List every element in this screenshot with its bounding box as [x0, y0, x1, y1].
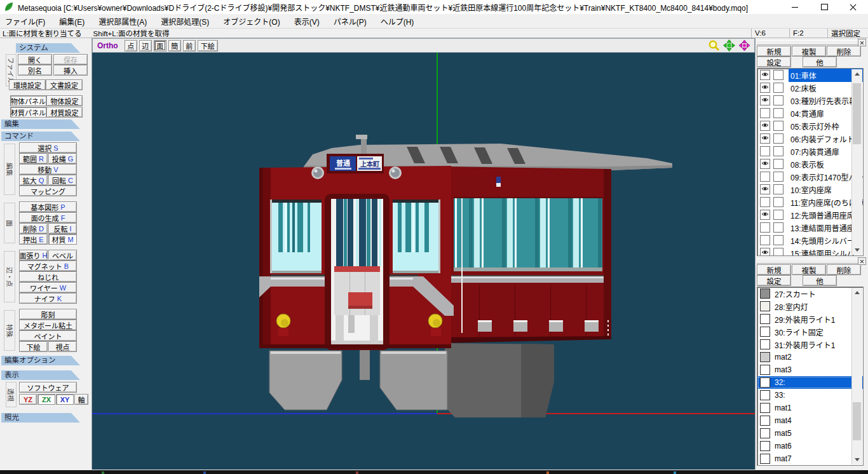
object-row[interactable]: 03:種別/行先表示幕 [757, 94, 863, 107]
simple-display-button[interactable]: 簡 [168, 40, 181, 51]
material-delete-button[interactable]: 削除 [827, 264, 861, 275]
scroll-down-icon[interactable] [852, 245, 862, 255]
cmd-metaball-button[interactable]: メタボール粘土 [19, 320, 77, 330]
object-row[interactable]: 05:表示灯外枠 [757, 119, 863, 132]
lock-checkbox[interactable] [773, 235, 783, 245]
cmd-bevel-button[interactable]: ベベル [48, 250, 77, 261]
menu-edit[interactable]: 編集(E) [59, 16, 85, 27]
material-row[interactable]: 28:室内灯 [757, 300, 863, 313]
cmd-twist-button[interactable]: ねじれ [19, 271, 77, 282]
show-faces-button[interactable]: 面 [154, 40, 166, 51]
rotate-tool-icon[interactable] [738, 39, 750, 51]
lock-checkbox[interactable] [773, 108, 783, 118]
lock-checkbox[interactable] [773, 146, 783, 156]
selection-lock-status[interactable]: 選択固定 [827, 29, 868, 37]
menu-object[interactable]: オブジェクト(O) [223, 16, 280, 27]
material-row[interactable]: mat2 [757, 351, 863, 363]
cmd-material-button[interactable]: 材質M [48, 234, 77, 245]
scroll-down-icon[interactable] [852, 455, 862, 464]
material-row-selected[interactable]: 32: [757, 376, 863, 389]
material-other-button[interactable]: 他 [803, 275, 837, 286]
object-row[interactable]: 04:貫通扉 [757, 107, 863, 119]
material-row[interactable]: mat7 [757, 452, 863, 465]
lock-checkbox[interactable] [773, 172, 783, 182]
cmd-wire-button[interactable]: ワイヤーW [19, 282, 77, 293]
ortho-mode-label[interactable]: Ortho [97, 41, 118, 50]
cmd-delete-button[interactable]: 削除D [19, 223, 48, 234]
yz-plane-button[interactable]: YZ [19, 394, 37, 405]
visibility-eye-toggle[interactable] [760, 197, 770, 207]
object-panel-toggle[interactable]: 物体パネル [10, 95, 46, 106]
material-row[interactable]: mat6 [757, 440, 863, 452]
cmd-move-button[interactable]: 移動V [19, 164, 77, 175]
cmd-lasso-button[interactable]: 投縄G [48, 153, 77, 164]
object-list-scrollbar[interactable] [851, 69, 862, 255]
underdraw-display-button[interactable]: 下絵 [198, 40, 218, 51]
object-row[interactable]: 09:表示灯1470型バー [757, 170, 863, 183]
zoom-tool-icon[interactable] [708, 39, 720, 51]
menu-view[interactable]: 表示(V) [294, 16, 320, 27]
lock-checkbox[interactable] [773, 70, 783, 80]
pan-tool-icon[interactable] [723, 39, 735, 51]
material-panel-grip[interactable] [757, 259, 858, 264]
scroll-up-icon[interactable] [852, 288, 862, 297]
menu-selection-attribute[interactable]: 選択部属性(A) [98, 16, 147, 27]
material-settings-button[interactable]: 材質設定 [46, 107, 83, 118]
cmd-paint-button[interactable]: ペイント [19, 330, 77, 341]
object-row[interactable]: 07:内装貫通扉 [757, 145, 863, 158]
material-panel-toggle[interactable]: 材質パネル [10, 107, 46, 118]
cmd-knife-button[interactable]: ナイフK [19, 293, 77, 304]
perspective-vertical-tab[interactable]: 透視 [6, 382, 17, 407]
material-duplicate-button[interactable]: 複製 [792, 264, 826, 275]
material-row[interactable]: 27:スカート [757, 287, 863, 300]
lock-checkbox[interactable] [773, 248, 783, 256]
close-button[interactable] [839, 0, 868, 14]
material-row[interactable]: 29:外装用ライト1 [757, 313, 863, 325]
doc-settings-button[interactable]: 文書設定 [46, 79, 83, 90]
material-row[interactable]: mat4 [757, 414, 863, 427]
lock-checkbox[interactable] [773, 133, 783, 144]
cmd-primitive-button[interactable]: 基本図形P [19, 201, 77, 212]
object-duplicate-button[interactable]: 複製 [792, 46, 826, 57]
object-settings-button[interactable]: 設定 [757, 57, 791, 67]
lock-checkbox[interactable] [773, 95, 783, 105]
axis-toggle-button[interactable]: 軸 [74, 394, 88, 405]
menu-file[interactable]: ファイル(F) [5, 16, 45, 27]
cmd-mapping-button[interactable]: マッピング [19, 186, 77, 196]
cmd-viewpoint-button[interactable]: 視点 [48, 341, 77, 352]
material-settings-button[interactable]: 設定 [757, 275, 791, 286]
object-new-button[interactable]: 新規 [757, 46, 791, 57]
save-button[interactable]: 保存 [53, 54, 88, 65]
visibility-eye-toggle[interactable] [760, 235, 770, 245]
visibility-eye-toggle[interactable] [760, 121, 770, 131]
show-points-button[interactable]: 点 [125, 40, 137, 51]
lock-checkbox[interactable] [773, 197, 783, 207]
viewport-canvas[interactable]: 普通 上本町 [92, 53, 755, 470]
material-row[interactable]: 33: [757, 389, 863, 402]
material-row[interactable]: 31:外装用ライト1 [757, 338, 863, 351]
object-row[interactable]: 01:車体 [757, 69, 863, 81]
object-row[interactable]: 02:床板 [757, 81, 863, 94]
object-row[interactable]: 15:連結面用シルバー [757, 247, 863, 256]
visibility-eye-toggle[interactable] [760, 108, 770, 118]
menu-help[interactable]: ヘルプ(H) [381, 16, 414, 27]
scrollbar-thumb[interactable] [853, 83, 861, 144]
visibility-eye-toggle[interactable] [760, 95, 770, 105]
object-row[interactable]: 12:先頭普通用座席 [757, 208, 863, 221]
material-row[interactable]: mat3 [757, 363, 863, 376]
visibility-eye-toggle[interactable] [760, 70, 770, 80]
lock-checkbox[interactable] [773, 159, 783, 169]
material-row[interactable]: 30:ライト固定 [757, 325, 863, 338]
visibility-eye-toggle[interactable] [760, 159, 770, 169]
object-delete-button[interactable]: 削除 [827, 46, 861, 57]
object-panel-grip[interactable] [757, 40, 858, 45]
cmd-magnet-button[interactable]: マグネットB [19, 261, 77, 271]
save-as-button[interactable]: 別名 [18, 65, 52, 76]
visibility-eye-toggle[interactable] [760, 133, 770, 144]
open-button[interactable]: 開く [18, 54, 52, 65]
cmd-sculpt-button[interactable]: 彫刻 [19, 309, 77, 320]
lock-checkbox[interactable] [773, 83, 783, 93]
scrollbar-thumb[interactable] [853, 402, 861, 440]
material-new-button[interactable]: 新規 [757, 264, 791, 275]
lock-checkbox[interactable] [773, 222, 783, 233]
